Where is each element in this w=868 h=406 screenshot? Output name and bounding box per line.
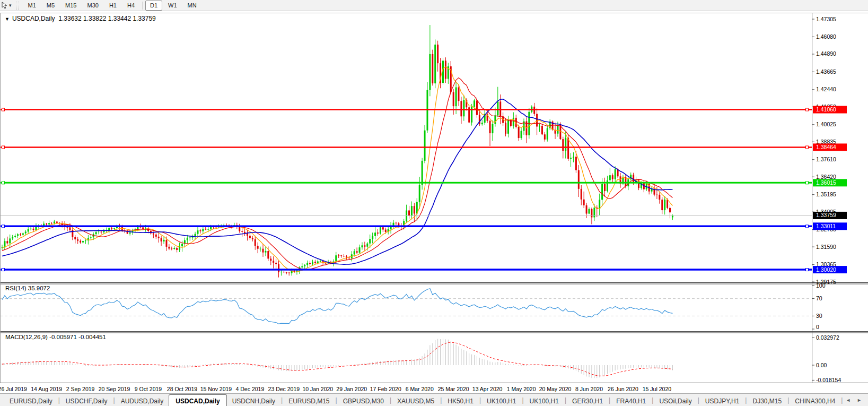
timeframe-button-d1[interactable]: D1 <box>145 1 162 11</box>
tab-uk100-h1[interactable]: UK100,H1 <box>524 394 564 406</box>
symbol-tab-bar: EURUSD,Daily|USDCHF,Daily|AUDUSD,DailyUS… <box>0 393 868 406</box>
tab-dj30-m15[interactable]: DJ30,M15 <box>747 394 787 406</box>
tab-eurusd-m15[interactable]: EURUSD,M15 <box>283 394 335 406</box>
date-tick-label: 2 Sep 2019 <box>66 386 95 392</box>
price-tick-label: 1.31590 <box>816 244 836 250</box>
date-tick-label: 29 Jan 2020 <box>336 386 367 392</box>
date-tick-label: 10 Jan 2020 <box>302 386 333 392</box>
chart-canvas[interactable]: 1.473051.460801.448901.436651.424401.412… <box>0 11 868 393</box>
timeframe-button-h1[interactable]: H1 <box>104 1 121 11</box>
cursor-tool-button[interactable]: ▾ <box>0 2 13 9</box>
tab-usdjpy-h1[interactable]: USDJPY,H1 <box>700 394 744 406</box>
tab-china300-h4[interactable]: CHINA300,H4 <box>790 394 840 406</box>
rsi-tick-label: 70 <box>816 295 822 301</box>
date-tick-label: 25 Mar 2020 <box>438 386 469 392</box>
price-badge-1.41060: 1.41060 <box>816 106 836 113</box>
tab-xauusd-m5[interactable]: XAUUSD,M5 <box>392 394 440 406</box>
date-tick-label: 26 Jun 2020 <box>608 386 638 392</box>
price-tick-label: 1.46080 <box>816 33 836 40</box>
tab-fra40-h1[interactable]: FRA40,H1 <box>611 394 651 406</box>
date-tick-label: 14 Aug 2019 <box>31 386 62 392</box>
date-tick-label: 1 May 2020 <box>507 386 536 392</box>
rsi-tick-label: 30 <box>816 313 822 319</box>
rsi-tick-label: 100 <box>816 282 826 289</box>
date-tick-label: 20 Sep 2019 <box>99 386 130 392</box>
price-badge-1.33759: 1.33759 <box>816 212 836 218</box>
tab-usdcnh-daily[interactable]: USDCNH,Daily <box>227 394 280 406</box>
tab-usoil-daily[interactable]: USOil,Daily <box>654 394 697 406</box>
toolbar-grip-handle[interactable] <box>16 2 19 10</box>
tab-separator: | <box>840 394 843 406</box>
date-tick-label: 28 Oct 2019 <box>167 386 197 392</box>
toolbar-separator <box>142 2 143 10</box>
timeframe-buttons: M1M5M15M30H1H4D1W1MN <box>23 1 202 11</box>
tab-scroll-arrows: ◄ ► <box>846 394 862 406</box>
macd-tick-label: -0.018154 <box>816 377 841 383</box>
timeframe-button-m5[interactable]: M5 <box>42 1 59 11</box>
date-tick-label: 17 Feb 2020 <box>370 386 401 392</box>
timeframe-button-w1[interactable]: W1 <box>163 1 182 11</box>
price-tick-label: 1.43665 <box>816 68 836 75</box>
date-tick-label: 6 Mar 2020 <box>406 386 434 392</box>
collapse-triangle-icon[interactable]: ▼ <box>5 16 10 22</box>
date-tick-label: 15 Nov 2019 <box>200 386 232 392</box>
tab-scroll-right-icon[interactable]: ► <box>857 398 862 403</box>
price-badge-1.33011: 1.33011 <box>816 223 836 229</box>
macd-tick-label: 0.00 <box>816 362 827 368</box>
date-tick-label: 4 Dec 2019 <box>236 386 265 392</box>
timeframe-button-m1[interactable]: M1 <box>23 1 41 11</box>
timeframe-button-m15[interactable]: M15 <box>60 1 81 11</box>
date-tick-label: 26 Jul 2019 <box>0 386 27 392</box>
chart-symbol-label: USDCAD,Daily <box>12 15 55 22</box>
tab-gbpusd-m30[interactable]: GBPUSD,M30 <box>338 394 389 406</box>
trading-terminal: ▾ M1M5M15M30H1H4D1W1MN 1.473051.460801.4… <box>0 0 868 406</box>
tab-eurusd-daily[interactable]: EURUSD,Daily <box>4 394 58 406</box>
date-tick-label: 15 Jul 2020 <box>643 386 671 392</box>
chart-area[interactable]: 1.473051.460801.448901.436651.424401.412… <box>0 11 868 393</box>
symbol-tabs: EURUSD,Daily|USDCHF,Daily|AUDUSD,DailyUS… <box>4 394 843 406</box>
date-tick-label: 8 Jun 2020 <box>575 386 603 392</box>
price-badge-1.30020: 1.30020 <box>816 266 836 273</box>
timeframe-button-h4[interactable]: H4 <box>122 1 139 11</box>
rsi-tick-label: 0 <box>816 324 819 330</box>
price-tick-label: 1.47305 <box>816 16 836 22</box>
price-tick-label: 1.44890 <box>816 50 836 57</box>
macd-indicator-label: MACD(12,26,9) -0.005971 -0.004451 <box>5 334 106 340</box>
timeframe-button-m30[interactable]: M30 <box>83 1 103 11</box>
timeframe-button-mn[interactable]: MN <box>183 1 201 11</box>
tab-audusd-daily[interactable]: AUDUSD,Daily <box>116 394 169 406</box>
tab-ger30-h1[interactable]: GER30,H1 <box>567 394 608 406</box>
chart-ohlc-values: 1.33632 1.33822 1.33442 1.33759 <box>58 15 156 22</box>
tab-usdcad-daily[interactable]: USDCAD,Daily <box>169 394 226 406</box>
price-tick-label: 1.42440 <box>816 86 836 92</box>
tab-hk50-h1[interactable]: HK50,H1 <box>442 394 479 406</box>
date-tick-label: 20 May 2020 <box>539 386 572 392</box>
price-badge-1.36015: 1.36015 <box>816 179 836 186</box>
date-tick-label: 9 Oct 2019 <box>135 386 162 392</box>
cursor-icon <box>1 2 7 9</box>
tab-uk100-h1[interactable]: UK100,H1 <box>481 394 521 406</box>
date-tick-label: 23 Dec 2019 <box>268 386 300 392</box>
chart-title: ▼USDCAD,Daily 1.33632 1.33822 1.33442 1.… <box>5 15 156 22</box>
tab-usdchf-daily[interactable]: USDCHF,Daily <box>60 394 113 406</box>
price-tick-label: 1.35195 <box>816 191 836 197</box>
tab-scroll-left-icon[interactable]: ◄ <box>846 398 851 403</box>
dropdown-caret-icon[interactable]: ▾ <box>9 3 12 8</box>
date-tick-label: 13 Apr 2020 <box>472 386 503 392</box>
price-badge-1.38464: 1.38464 <box>816 144 836 150</box>
timeframe-toolbar: ▾ M1M5M15M30H1H4D1W1MN <box>0 0 868 11</box>
macd-tick-label: 0.032972 <box>816 334 839 341</box>
price-tick-label: 1.37610 <box>816 156 836 162</box>
price-tick-label: 1.40025 <box>816 121 836 127</box>
rsi-indicator-label: RSI(14) 35.9072 <box>5 285 50 291</box>
